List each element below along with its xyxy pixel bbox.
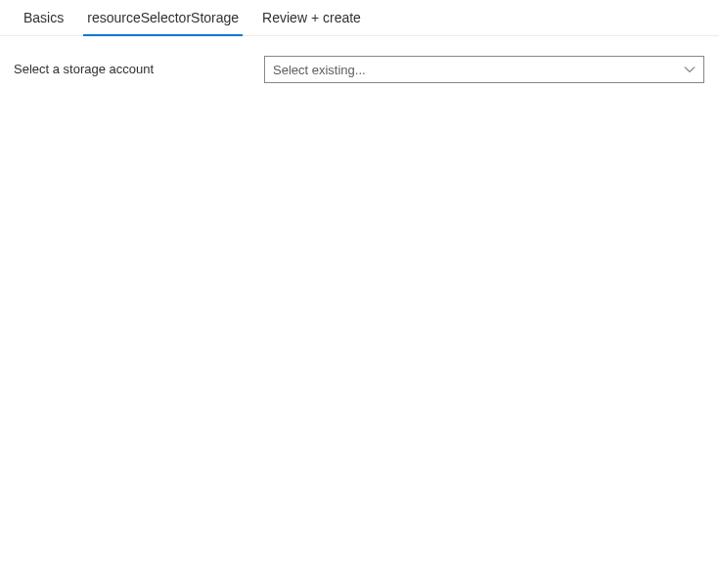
tabs-bar: BasicsresourceSelectorStorageReview + cr… <box>0 0 719 36</box>
tab-basics[interactable]: Basics <box>12 0 75 35</box>
tab-resourceselectorstorage[interactable]: resourceSelectorStorage <box>75 0 250 35</box>
storage-account-label: Select a storage account <box>14 56 264 76</box>
storage-account-row: Select a storage account Select existing… <box>0 56 719 83</box>
storage-account-field: Select existing... eastus1wqm52xtkpSubsc… <box>264 56 704 83</box>
chevron-down-icon <box>684 64 696 75</box>
storage-account-combobox[interactable]: Select existing... <box>264 56 704 83</box>
combobox-placeholder: Select existing... <box>273 63 366 77</box>
tab-review-create[interactable]: Review + create <box>250 0 373 35</box>
